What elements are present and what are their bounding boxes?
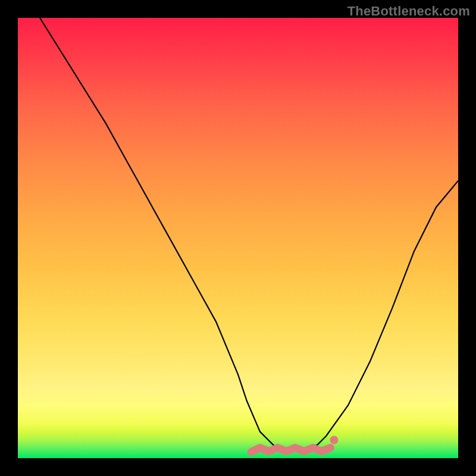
bottleneck-curve bbox=[40, 18, 458, 449]
watermark-text: TheBottleneck.com bbox=[347, 4, 470, 19]
optimal-range-band bbox=[251, 448, 330, 452]
bottleneck-curve-svg bbox=[18, 18, 458, 458]
optimal-end-marker bbox=[330, 436, 338, 444]
plot-area bbox=[18, 18, 458, 458]
chart-frame: TheBottleneck.com bbox=[0, 0, 476, 476]
